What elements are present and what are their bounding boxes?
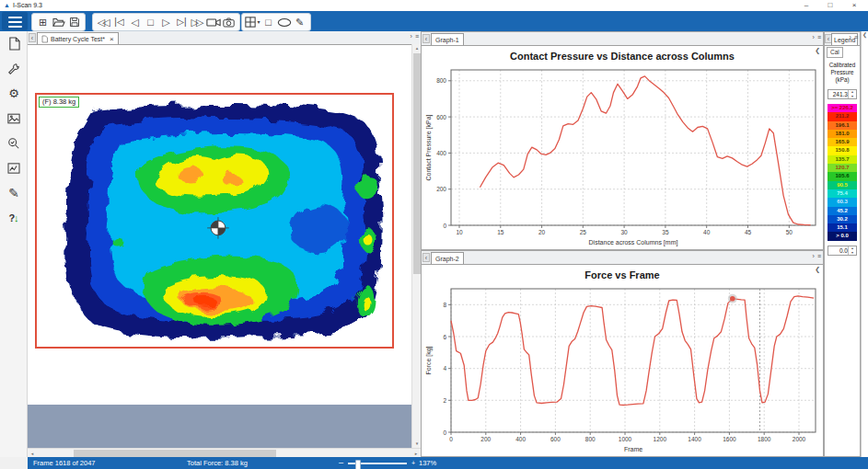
tab-scroll-right-icon[interactable]: › <box>813 34 815 40</box>
tab-scroll-right-icon[interactable]: › <box>813 253 815 259</box>
add-window-button[interactable]: ⊞ <box>35 15 51 29</box>
play-button[interactable]: ▷ <box>158 15 174 29</box>
tab-graph2[interactable]: Graph-2 <box>431 252 464 264</box>
svg-text:200: 200 <box>436 186 446 192</box>
open-file-button[interactable] <box>51 15 66 29</box>
svg-text:1600: 1600 <box>723 436 736 442</box>
tab-scroll-left-icon[interactable]: ‹ <box>422 253 430 262</box>
zoom-out-icon[interactable]: – <box>339 457 343 469</box>
sidebar: ⚙✎?↓ <box>0 31 28 457</box>
first-frame-button[interactable]: |◁ <box>111 15 127 29</box>
maximize-icon[interactable]: □ <box>820 0 840 11</box>
hamburger-menu-button[interactable] <box>2 12 28 30</box>
minimize-icon[interactable]: – <box>796 0 816 11</box>
tab-scroll-right-icon[interactable]: › <box>850 34 851 40</box>
save-file-button[interactable] <box>66 15 82 29</box>
legend-scale-row: 165.9 <box>827 138 857 146</box>
contact-pressure-chart[interactable]: 1015202530354045500200400600800Distance … <box>423 65 821 247</box>
tools-wrench-icon[interactable] <box>0 56 28 81</box>
ellipse-tool-button[interactable] <box>276 15 292 29</box>
zoom-in-icon[interactable]: + <box>411 457 415 469</box>
tab-close-icon[interactable]: × <box>110 35 114 43</box>
settings-gear-icon[interactable]: ⚙ <box>0 81 28 106</box>
sensor-outline-rectangle[interactable]: (F) 8.38 kg <box>35 93 394 349</box>
window-title: I-Scan 9.3 <box>13 2 42 8</box>
legend-scale-row: 30.2 <box>827 215 857 223</box>
fast-forward-button[interactable]: ▷▷ <box>190 15 205 29</box>
panel-menu-icon[interactable]: ≡ <box>817 34 821 40</box>
rectangle-tool-button[interactable]: □ <box>260 15 276 29</box>
svg-text:800: 800 <box>585 436 596 442</box>
legend-heading: CalibratedPressure (kPa) <box>825 62 860 84</box>
tab-graph1[interactable]: Graph-1 <box>431 33 464 45</box>
legend-scale-row: 90.5 <box>827 181 857 189</box>
svg-text:200: 200 <box>480 436 491 442</box>
tab-scroll-right-icon[interactable]: › <box>411 33 412 40</box>
tab-battery-cycle-test[interactable]: Battery Cycle Test* × <box>37 32 119 44</box>
playback-toolbar-group: ◁◁|◁◁□▷▷|▷▷ <box>92 13 240 31</box>
annotate-pencil-icon[interactable]: ✎ <box>0 180 28 205</box>
zoom-slider[interactable] <box>348 463 407 464</box>
bottom-left-corner <box>0 457 28 469</box>
tab-label: Graph-1 <box>435 37 459 43</box>
next-frame-button[interactable]: ▷| <box>174 15 190 29</box>
svg-text:600: 600 <box>550 436 561 442</box>
panel-menu-icon[interactable]: ≡ <box>817 253 821 259</box>
legend-scale-row: 150.8 <box>827 146 857 154</box>
svg-text:8: 8 <box>443 302 446 308</box>
spinner-arrows-icon[interactable]: ▴▾ <box>848 90 856 98</box>
help-update-icon[interactable]: ?↓ <box>0 205 28 230</box>
record-movie-button[interactable] <box>205 15 221 29</box>
graph-view-icon[interactable] <box>0 155 28 180</box>
zoom-inspect-icon[interactable] <box>0 131 28 155</box>
new-document-icon[interactable] <box>0 31 28 56</box>
spinner-arrows-icon[interactable]: ▴▾ <box>848 246 856 255</box>
force-vs-frame-chart[interactable]: 0200400600800100012001400160018002000024… <box>423 284 821 454</box>
svg-text:45: 45 <box>745 229 752 235</box>
legend-scale-row: 120.7 <box>827 164 857 172</box>
grid-view-button[interactable]: ▾ <box>245 15 260 29</box>
drawing-toolbar-group: ▾□✎ <box>241 13 311 31</box>
tab-label: Graph-2 <box>435 256 459 262</box>
panel-menu-icon[interactable]: ≡ <box>854 34 858 40</box>
legend-min-spinner[interactable]: 0.0 ▴▾ <box>827 246 857 256</box>
legend-scale-row: 135.7 <box>827 155 857 164</box>
horizontal-scroll-thumb[interactable] <box>74 450 276 457</box>
pencil-tool-button[interactable]: ✎ <box>292 15 307 29</box>
frame-counter: Frame 1618 of 2047 <box>33 457 96 469</box>
prev-frame-button[interactable]: ◁ <box>127 15 143 29</box>
svg-text:400: 400 <box>436 150 446 156</box>
pressure-heatmap[interactable] <box>37 95 392 347</box>
svg-text:Force [kg]: Force [kg] <box>425 346 433 374</box>
panel-menu-icon[interactable]: ≡ <box>415 33 419 40</box>
legend-scale-row: > 0.0 <box>827 232 857 240</box>
vertical-scrollbar[interactable]: ▴ ▾ <box>411 44 421 448</box>
svg-text:600: 600 <box>436 114 446 120</box>
heatmap-orange-upper-2 <box>222 173 240 186</box>
image-view-icon[interactable] <box>0 106 28 131</box>
legend-max-spinner[interactable]: 241.3 ▴▾ <box>827 89 857 99</box>
pressure-map-canvas[interactable]: (F) 8.38 kg <box>28 44 411 448</box>
rewind-button[interactable]: ◁◁ <box>96 15 111 29</box>
stop-frame-button[interactable]: □ <box>143 15 158 29</box>
toolbar: ⊞ ◁◁|◁◁□▷▷|▷▷ ▾□✎ <box>0 11 868 31</box>
svg-text:4: 4 <box>443 365 446 372</box>
legend-cal-tab[interactable]: Cal <box>827 47 843 58</box>
zoom-percent: 137% <box>419 457 436 469</box>
snapshot-button[interactable] <box>221 15 237 29</box>
series-line <box>480 76 810 225</box>
series-line <box>451 296 814 406</box>
horizontal-scrollbar[interactable]: ◂ ▸ <box>28 448 421 457</box>
right-collapse-strip[interactable]: ❮ <box>861 31 868 457</box>
zoom-slider-handle[interactable] <box>355 460 361 469</box>
tab-scroll-left-icon[interactable]: ‹ <box>29 33 36 42</box>
svg-text:0: 0 <box>443 223 446 229</box>
svg-text:Contact Pressure [kPa]: Contact Pressure [kPa] <box>425 114 433 180</box>
tab-scroll-left-icon[interactable]: ‹ <box>422 34 430 43</box>
vertical-scroll-thumb[interactable] <box>413 53 421 274</box>
statusbar: Frame 1618 of 2047 Total Force: 8.38 kg … <box>28 457 868 469</box>
svg-text:400: 400 <box>515 436 526 442</box>
heatmap-yellow-right-2 <box>362 296 371 311</box>
svg-text:1200: 1200 <box>654 436 667 442</box>
close-icon[interactable]: × <box>844 0 864 11</box>
